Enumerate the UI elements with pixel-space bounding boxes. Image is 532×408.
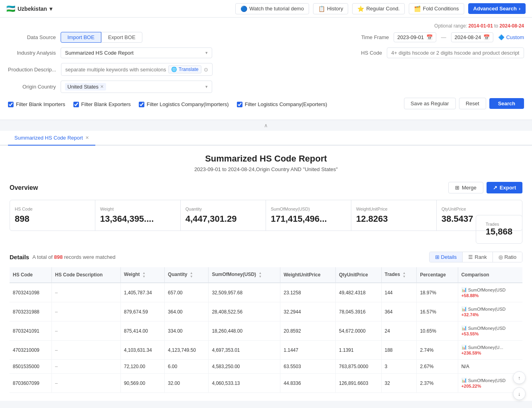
hs-code-field[interactable] (391, 50, 520, 56)
production-desc-label: Production Descrip... (8, 67, 56, 73)
cell-qup: 78,045.3916 (335, 302, 381, 321)
cell-qup: 49,482.4318 (335, 283, 381, 302)
stat-sum-money-label: SumOfMoney(USD) (271, 207, 346, 211)
close-tab-icon[interactable]: ✕ (85, 135, 89, 140)
chart-icon: 📊 (461, 378, 467, 383)
cell-hs-code: 8703241098 (10, 283, 51, 302)
ratio-view-button[interactable]: ◎ Ratio (493, 252, 522, 262)
save-as-regular-button[interactable]: Save as Regular (404, 98, 456, 109)
filter-blank-exporters[interactable]: Filter Blank Exporters (73, 101, 131, 107)
filter-blank-importers[interactable]: Filter Blank Importers (8, 101, 65, 107)
cell-trades: 144 (381, 283, 417, 302)
stat-weight-value: 13,364,395.... (100, 214, 175, 224)
cell-hs-code: 8703607099 (10, 374, 51, 393)
rank-view-button[interactable]: ☰ Rank (463, 252, 493, 262)
search-suggest-icon: ⊙ (204, 67, 208, 73)
fold-conditions-button[interactable]: 🗂️ Fold Conditions (409, 3, 464, 14)
cell-percentage: 18.97% (417, 283, 458, 302)
cell-percentage: 2.37% (417, 374, 458, 393)
arrow-right-icon: › (519, 6, 520, 12)
cell-sum-money: 32,509,957.68 (209, 283, 280, 302)
reset-button[interactable]: Reset (459, 98, 486, 109)
view-buttons: ⊞ Details ☰ Rank ◎ Ratio (429, 252, 522, 262)
production-desc-field[interactable] (65, 67, 166, 73)
cell-sum-money: 28,408,522.56 (209, 302, 280, 321)
comparison-label: 📊 SumOfMoney(USD (461, 378, 519, 383)
end-date-value: 2024-08-24 (455, 34, 481, 40)
industry-label: Industry Analysis (8, 50, 56, 56)
search-button[interactable]: Search (489, 98, 524, 109)
overview-title: Overview (10, 184, 38, 191)
cell-wup: 23.1258 (280, 283, 336, 302)
col-trades[interactable]: Trades ▲▼ (381, 267, 417, 283)
overview-header: Overview ⊞ Merge ↗ Export (10, 182, 522, 193)
table-header-row: HS Code HS Code Description Weight ▲▼ Qu… (10, 267, 522, 283)
scroll-up-button[interactable]: ↑ (513, 371, 526, 384)
report-subtitle: 2023-09-01 to 2024-08-24,Origin Country … (10, 166, 522, 172)
data-source-label: Data Source (8, 34, 56, 40)
production-desc-input[interactable]: 🌐 Translate ⊙ (61, 63, 213, 76)
cell-weight: 72,120.00 (120, 360, 164, 374)
stat-sum-money-value: 171,415,496... (271, 214, 346, 224)
stat-qup-label: QtyUnitPrice (441, 207, 517, 211)
stat-sum-money: SumOfMoney(USD) 171,415,496... (266, 200, 351, 231)
comparison-label: 📊 SumOfMoney(USD (461, 325, 519, 331)
history-button[interactable]: 📋 History (313, 3, 348, 14)
custom-link[interactable]: 🔷 Custom (498, 34, 524, 40)
cell-description: – (51, 321, 120, 341)
origin-country-select[interactable]: United States ✕ ▾ (61, 81, 212, 93)
stat-wup-value: 12.8263 (356, 214, 432, 224)
col-qup: QtyUnitPrice (335, 267, 381, 283)
hs-code-label: HS Code (350, 50, 382, 56)
col-weight[interactable]: Weight ▲▼ (120, 267, 164, 283)
cell-quantity: 32.00 (165, 374, 209, 393)
sum-sort-icon: ▲▼ (258, 271, 262, 278)
cell-comparison: 📊 SumOfMoney(USD +53.55% (458, 321, 522, 341)
comparison-pct: +32.74% (461, 312, 519, 317)
details-view-button[interactable]: ⊞ Details (430, 252, 463, 262)
translate-button[interactable]: 🌐 Translate (168, 65, 201, 73)
collapse-bar[interactable]: ∧ (0, 120, 532, 131)
cell-qup: 54,672.0000 (335, 321, 381, 341)
report-container: Summarized HS Code Report 2023-09-01 to … (0, 146, 532, 401)
comparison-pct: +236.59% (461, 351, 519, 355)
comparison-pct: +58.88% (461, 293, 519, 298)
cell-description: – (51, 360, 120, 374)
cell-comparison: 📊 SumOfMoney(USD +32.74% (458, 302, 522, 321)
export-boe-tab[interactable]: Export BOE (101, 32, 142, 43)
trades-sort-icon: ▲▼ (403, 271, 406, 278)
filter-logistics-importers[interactable]: Filter Logistics Company(Importers) (139, 101, 229, 107)
cell-quantity: 657.00 (165, 283, 209, 302)
cell-hs-code: 4703210009 (10, 341, 51, 360)
filter-checkboxes: Filter Blank Importers Filter Blank Expo… (8, 100, 327, 107)
col-quantity[interactable]: Quantity ▲▼ (165, 267, 209, 283)
country-name: Uzbekistan (18, 6, 47, 12)
tutorial-button[interactable]: 🔵 Watch the tutorial demo (235, 3, 309, 14)
advanced-search-button[interactable]: Advanced Search › (468, 3, 526, 14)
col-percentage: Percentage (417, 267, 458, 283)
chart-icon: 📊 (461, 325, 467, 331)
regular-cond-button[interactable]: ⭐ Regular Cond. (352, 3, 405, 14)
remove-country-tag[interactable]: ✕ (100, 84, 104, 89)
table-row: 8703241098 – 1,405,787.34 657.00 32,509,… (10, 283, 522, 302)
action-buttons: Save as Regular Reset Search (404, 98, 524, 109)
hs-code-input[interactable] (387, 47, 524, 58)
data-source-tabs: Import BOE Export BOE (61, 32, 142, 43)
report-tab-summarized[interactable]: Summarized HS Code Report ✕ (8, 131, 95, 146)
industry-select[interactable]: Summarized HS Code Report ▾ (61, 47, 212, 58)
cell-trades: 364 (381, 302, 417, 321)
timeframe-start-input[interactable]: 2023-09-01 📅 (394, 32, 436, 42)
import-boe-tab[interactable]: Import BOE (61, 32, 101, 43)
stat-wup-label: WeightUnitPrice (356, 207, 432, 211)
export-button[interactable]: ↗ Export (487, 182, 522, 193)
cell-quantity: 6.00 (165, 360, 209, 374)
cell-wup: 1.1447 (280, 341, 336, 360)
timeframe-end-input[interactable]: 2024-08-24 📅 (451, 32, 494, 42)
scroll-down-button[interactable]: ↓ (513, 387, 526, 400)
country-selector[interactable]: 🇺🇿 Uzbekistan ▾ (6, 4, 52, 13)
merge-button[interactable]: ⊞ Merge (448, 182, 483, 193)
filter-logistics-exporters[interactable]: Filter Logistics Company(Exporters) (237, 101, 327, 107)
col-sum-money[interactable]: SumOfMoney(USD) ▲▼ (209, 267, 280, 283)
cell-description: – (51, 374, 120, 393)
stat-quantity: Quantity 4,447,301.29 (181, 200, 266, 231)
